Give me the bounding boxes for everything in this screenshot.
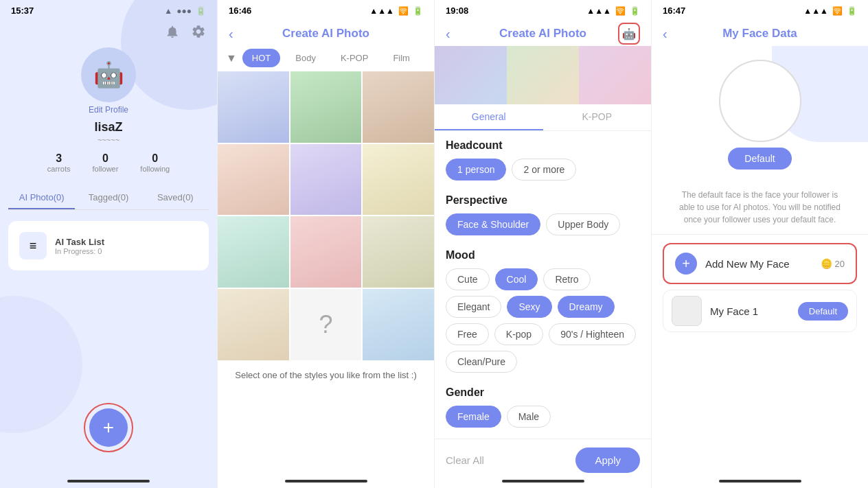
tab-saved[interactable]: Saved(0) [142,187,209,209]
grid-item-placeholder[interactable]: ? [290,289,362,360]
tab-body[interactable]: Body [286,49,326,67]
face-name: My Face 1 [710,305,790,317]
tab-tagged[interactable]: Tagged(0) [75,187,141,209]
signal-icon: ▲▲▲ [586,6,611,16]
tab-profile[interactable]: Profile [425,49,434,67]
grid-item[interactable] [218,144,289,216]
grid-item[interactable] [363,216,434,288]
grid-item[interactable] [290,144,362,216]
tab-film[interactable]: Film [383,49,420,67]
time: 15:37 [11,5,34,16]
strip-img-1 [435,46,507,104]
tab-ai-photo[interactable]: AI Photo(0) [8,187,75,209]
chip-kpop[interactable]: K-pop [494,323,543,345]
back-button[interactable]: ‹ [446,26,450,42]
back-button[interactable]: ‹ [229,26,233,42]
home-indicator [285,480,367,483]
status-icons: ▲▲▲ 🛜 🔋 [586,6,640,16]
chip-cool[interactable]: Cool [495,268,538,290]
header: ‹ Create AI Photo 🤖 [435,21,651,46]
clear-all-button[interactable]: Clear All [446,454,484,466]
bottom-hint: Select one of the styles you like from t… [218,362,434,388]
gender-title: Gender [446,386,640,399]
edit-profile-link[interactable]: Edit Profile [89,105,128,115]
chip-dreamy[interactable]: Dreamy [558,296,615,318]
action-bar: Clear All Apply [435,439,651,481]
task-icon: ≡ [19,232,47,259]
header: ‹ Create AI Photo [218,21,434,46]
apply-button[interactable]: Apply [575,448,640,473]
grid-item[interactable] [218,71,289,143]
status-bar: 16:47 ▲▲▲ 🛜 🔋 [652,0,868,21]
grid-item[interactable] [363,289,434,360]
subtab-general[interactable]: General [435,104,543,130]
grid-item[interactable] [290,216,362,288]
grid-item[interactable] [218,216,289,288]
page-title: My Face Data [722,27,797,40]
strip-img-2 [507,46,579,104]
avatar-image: 🤖 [93,60,124,89]
time: 16:46 [229,5,251,16]
add-face-label: Add New My Face [705,258,812,270]
tab-hot[interactable]: HOT [242,49,280,67]
chip-90s[interactable]: 90's / Highteen [549,323,636,345]
photo-grid: ? [218,70,434,362]
username: lisaZ [94,120,122,135]
grid-item[interactable] [290,71,362,143]
page-title: Create AI Photo [499,27,586,40]
mood-chips: Cute Cool Retro Elegant Sexy Dreamy Free… [446,268,640,373]
face-scan-icon[interactable]: 🤖 [618,23,640,45]
battery-icon: 🔋 [630,6,640,16]
wifi-icon: 🛜 [398,6,409,16]
chip-cute[interactable]: Cute [446,268,490,290]
subtab-kpop[interactable]: K-POP [543,104,652,130]
coin-amount: 20 [835,259,845,269]
filter-icon[interactable]: ▼ [226,52,237,65]
create-photo-panel: 16:46 ▲▲▲ 🛜 🔋 ‹ Create AI Photo ▼ HOT Bo… [217,0,434,488]
default-button[interactable]: Default [728,148,791,170]
face-item[interactable]: My Face 1 Default [663,290,857,332]
chip-clean[interactable]: Clean/Pure [446,351,517,373]
chip-face-shoulder[interactable]: Face & Shoulder [446,213,540,235]
chip-free[interactable]: Free [446,323,489,345]
description-text: The default face is the face your follow… [663,189,857,226]
signal-icon: ▲▲▲ [369,6,394,16]
face-circle [719,60,801,142]
time: 19:08 [446,5,468,16]
signal-icon: ▲▲▲ [803,6,828,16]
list-icon: ≡ [30,239,37,253]
grid-item[interactable] [218,289,289,360]
fab-button[interactable]: + [89,408,128,447]
grid-item[interactable] [363,144,434,216]
stat-following: 0 following [140,152,170,173]
add-icon: + [675,253,697,275]
perspective-title: Perspective [446,194,640,207]
chip-sexy[interactable]: Sexy [507,296,551,318]
wifi-icon: 🛜 [615,6,626,16]
chip-1person[interactable]: 1 person [446,159,506,181]
headcount-chips: 1 person 2 or more [446,159,640,181]
chip-male[interactable]: Male [507,406,551,428]
gender-section: Gender Female Male [435,378,651,433]
battery-icon: 🔋 [413,6,423,16]
grid-item[interactable] [363,71,434,143]
tab-kpop[interactable]: K-POP [331,49,378,67]
back-button[interactable]: ‹ [663,26,667,42]
scan-icon: 🤖 [622,27,636,40]
chip-upper-body[interactable]: Upper Body [546,213,620,235]
user-subtitle: ~~~~~ [98,136,119,144]
task-title: AI Task List [55,237,104,247]
page-title: Create AI Photo [282,27,369,40]
chip-female[interactable]: Female [446,406,501,428]
face-default-button[interactable]: Default [798,302,848,321]
face-preview-area: Default [652,46,868,183]
chip-retro[interactable]: Retro [543,268,590,290]
coin-icon: 🪙 [821,258,832,269]
divider [652,234,868,235]
chip-2ormore[interactable]: 2 or more [512,159,576,181]
mood-section: Mood Cute Cool Retro Elegant Sexy Dreamy… [435,241,651,378]
add-face-row[interactable]: + Add New My Face 🪙 20 [663,243,857,284]
time: 16:47 [663,5,685,16]
chip-elegant[interactable]: Elegant [446,296,501,318]
perspective-chips: Face & Shoulder Upper Body [446,213,640,235]
